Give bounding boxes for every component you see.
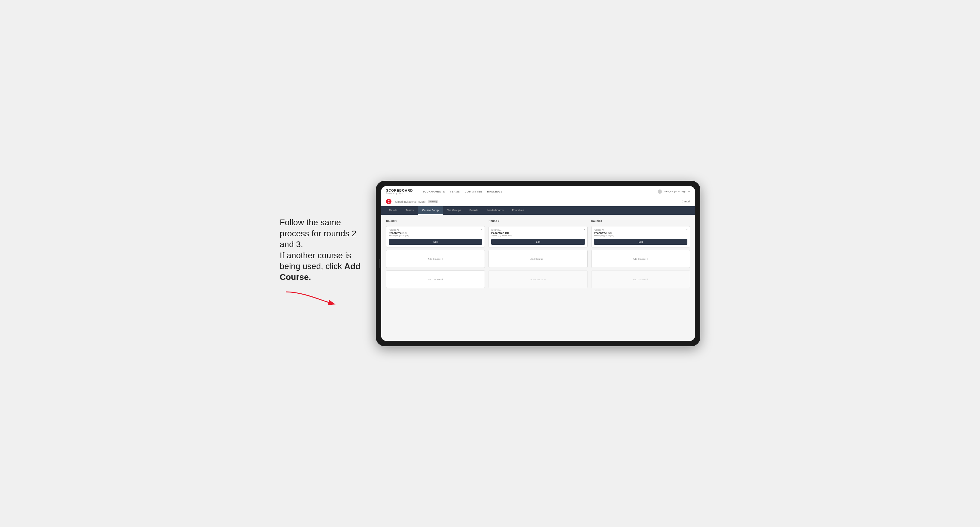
nav-links: TOURNAMENTS TEAMS COMMITTEE RANKINGS bbox=[422, 189, 651, 194]
nav-link-rankings[interactable]: RANKINGS bbox=[487, 189, 502, 194]
round-1-add-course-label-2: Add Course bbox=[428, 278, 441, 281]
round-2-course-name: Peachtree GC bbox=[491, 232, 585, 235]
round-1-add-course-2[interactable]: Add Course + bbox=[386, 270, 485, 288]
nav-link-committee[interactable]: COMMITTEE bbox=[465, 189, 482, 194]
instruction-panel: Follow the same process for rounds 2 and… bbox=[280, 217, 364, 310]
sign-out-link[interactable]: Sign out bbox=[681, 190, 690, 193]
round-2-add-course-2: Add Course + bbox=[488, 270, 587, 288]
tab-course-setup[interactable]: Course Setup bbox=[418, 206, 443, 215]
tournament-info: C Clippd Invitational (Men) Hosting bbox=[386, 199, 438, 204]
round-1-add-course-label-1: Add Course bbox=[428, 258, 441, 260]
tab-nav: Details Teams Course Setup Tee Groups Re… bbox=[381, 206, 695, 215]
tab-details[interactable]: Details bbox=[385, 206, 402, 215]
tablet-frame: SCOREBOARD Powered by clippd TOURNAMENTS… bbox=[376, 181, 700, 346]
round-3-add-course-1[interactable]: Add Course + bbox=[591, 250, 690, 268]
round-2-add-plus-2: + bbox=[544, 278, 546, 281]
hosting-badge: Hosting bbox=[428, 200, 438, 203]
tab-teams[interactable]: Teams bbox=[402, 206, 418, 215]
page-wrapper: Follow the same process for rounds 2 and… bbox=[280, 181, 700, 346]
round-1-edit-button[interactable]: Edit bbox=[389, 239, 482, 245]
logo-sub: Powered by clippd bbox=[386, 192, 413, 194]
tablet-screen: SCOREBOARD Powered by clippd TOURNAMENTS… bbox=[381, 186, 695, 341]
tab-printables[interactable]: Printables bbox=[508, 206, 528, 215]
tablet-button bbox=[379, 259, 380, 268]
rounds-grid: Round 1 ✕ (Course A) Peachtree GC Yellow… bbox=[386, 219, 690, 288]
tab-results[interactable]: Results bbox=[465, 206, 483, 215]
tournament-name: Clippd Invitational (Men) bbox=[394, 200, 425, 203]
user-email: blair@clippd.io bbox=[663, 190, 679, 193]
round-2-add-course-label-2: Add Course bbox=[530, 278, 543, 281]
round-1-add-course-1[interactable]: Add Course + bbox=[386, 250, 485, 268]
cancel-button[interactable]: Cancel bbox=[682, 200, 690, 203]
round-3-add-course-label-2: Add Course bbox=[633, 278, 646, 281]
top-nav: SCOREBOARD Powered by clippd TOURNAMENTS… bbox=[381, 186, 695, 197]
tab-leaderboards[interactable]: Leaderboards bbox=[483, 206, 508, 215]
content-area: Round 1 ✕ (Course A) Peachtree GC Yellow… bbox=[381, 215, 695, 341]
round-2-label: Round 2 bbox=[488, 219, 587, 222]
round-1-label: Round 1 bbox=[386, 219, 485, 222]
round-3-course-details: Yellow (M) (6629 yds) bbox=[594, 235, 687, 237]
round-2-course-tag: (Course A) bbox=[491, 229, 585, 231]
round-1-delete-button[interactable]: ✕ bbox=[481, 228, 483, 231]
round-3-label: Round 3 bbox=[591, 219, 690, 222]
round-2-course-card: ✕ (Course A) Peachtree GC Yellow (M) (66… bbox=[488, 226, 587, 248]
round-1-add-plus-2: + bbox=[441, 278, 443, 281]
round-3-add-course-label-1: Add Course bbox=[633, 258, 646, 260]
instruction-text: Follow the same process for rounds 2 and… bbox=[280, 218, 361, 282]
round-3-add-plus-2: + bbox=[646, 278, 648, 281]
round-2-column: Round 2 ✕ (Course A) Peachtree GC Yellow… bbox=[488, 219, 587, 288]
round-3-course-name: Peachtree GC bbox=[594, 232, 687, 235]
round-2-add-course-1[interactable]: Add Course + bbox=[488, 250, 587, 268]
nav-link-tournaments[interactable]: TOURNAMENTS bbox=[422, 189, 445, 194]
round-3-column: Round 3 ✕ (Course A) Peachtree GC Yellow… bbox=[591, 219, 690, 288]
round-3-course-tag: (Course A) bbox=[594, 229, 687, 231]
arrow-annotation bbox=[280, 286, 340, 310]
round-2-course-details: Yellow (M) (6629 yds) bbox=[491, 235, 585, 237]
sub-header: C Clippd Invitational (Men) Hosting Canc… bbox=[381, 197, 695, 206]
round-1-column: Round 1 ✕ (Course A) Peachtree GC Yellow… bbox=[386, 219, 485, 288]
round-2-add-course-label-1: Add Course bbox=[530, 258, 543, 260]
nav-link-teams[interactable]: TEAMS bbox=[450, 189, 460, 194]
round-1-add-plus-1: + bbox=[441, 257, 443, 260]
round-1-course-tag: (Course A) bbox=[389, 229, 482, 231]
round-2-delete-button[interactable]: ✕ bbox=[584, 228, 585, 231]
round-2-edit-button[interactable]: Edit bbox=[491, 239, 585, 245]
round-1-course-card: ✕ (Course A) Peachtree GC Yellow (M) (66… bbox=[386, 226, 485, 248]
user-avatar bbox=[658, 189, 662, 194]
clippd-logo: C bbox=[386, 199, 391, 204]
round-3-delete-button[interactable]: ✕ bbox=[686, 228, 688, 231]
nav-user: blair@clippd.io Sign out bbox=[658, 189, 690, 194]
round-1-course-details: Yellow (M) (6629 yds) bbox=[389, 235, 482, 237]
round-2-add-plus-1: + bbox=[544, 257, 546, 260]
round-3-edit-button[interactable]: Edit bbox=[594, 239, 687, 245]
logo-area: SCOREBOARD Powered by clippd bbox=[386, 189, 413, 194]
round-3-course-card: ✕ (Course A) Peachtree GC Yellow (M) (66… bbox=[591, 226, 690, 248]
round-1-course-name: Peachtree GC bbox=[389, 232, 482, 235]
logo-title: SCOREBOARD bbox=[386, 189, 413, 192]
round-3-add-plus-1: + bbox=[646, 257, 648, 260]
tab-tee-groups[interactable]: Tee Groups bbox=[443, 206, 465, 215]
round-3-add-course-2: Add Course + bbox=[591, 270, 690, 288]
